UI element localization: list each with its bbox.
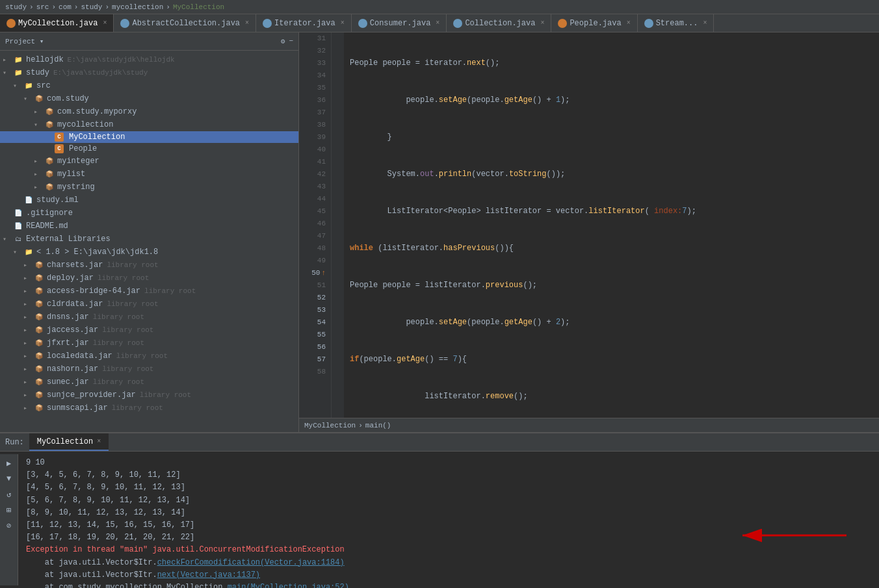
clear-btn[interactable]: ⊘ <box>3 519 16 532</box>
project-title: Project ▾ <box>5 37 44 45</box>
tree-label-localedata: localedata.jar <box>47 352 112 361</box>
console-link-2[interactable]: next(Vector.java:1137) <box>157 570 260 580</box>
tab-close-abstractcollection[interactable]: × <box>245 19 249 27</box>
jar-icon-nashorn: 📦 <box>34 364 44 374</box>
tree-item-dnsns[interactable]: ▸ 📦 dnsns.jar library root <box>0 311 298 324</box>
tree-item-jdk18[interactable]: ▾ 📁 < 1.8 > E:\java\jdk\jdk1.8 <box>0 246 298 259</box>
tree-item-myinteger[interactable]: ▸ 📦 myinteger <box>0 155 298 168</box>
tree-item-access-bridge[interactable]: ▸ 📦 access-bridge-64.jar library root <box>0 285 298 298</box>
tree-item-gitignore[interactable]: 📄 .gitignore <box>0 207 298 220</box>
arrow-mystring: ▸ <box>34 183 44 191</box>
java-interface-icon3 <box>358 19 367 28</box>
arrow-deploy: ▸ <box>23 274 34 282</box>
gutter-44 <box>332 193 344 205</box>
ln-38: 38 <box>304 119 326 131</box>
gutter-36 <box>332 94 344 107</box>
run-btn[interactable]: ▶ <box>3 457 16 470</box>
tree-label-mystring: mystring <box>57 183 95 192</box>
tree-item-mycollection[interactable]: ▾ 📦 mycollection <box>0 118 298 131</box>
code-editor[interactable]: 31 32 33 34 35 36 37 38 39 40 41 42 43 4… <box>299 32 879 418</box>
cldrdata-suffix: library root <box>107 300 158 308</box>
arrow-sunec: ▸ <box>23 378 34 386</box>
code-content[interactable]: People people = iterator.next(); people.… <box>345 32 879 418</box>
tree-item-charsets[interactable]: ▸ 📦 charsets.jar library root <box>0 259 298 272</box>
tree-item-cldrdata[interactable]: ▸ 📦 cldrdata.jar library root <box>0 298 298 311</box>
console-link-3[interactable]: main(MyCollection.java:52) <box>228 583 349 588</box>
project-label: Project ▾ <box>5 37 44 45</box>
tab-mycollection[interactable]: MyCollection.java × <box>0 14 114 32</box>
ln-53: 53 <box>304 304 326 316</box>
tree-item-myporxy[interactable]: ▸ 📦 com.study.myporxy <box>0 105 298 118</box>
console-output-wrapper: 9 10 [3, 4, 5, 6, 7, 8, 9, 10, 11, 12] [… <box>18 454 879 585</box>
tab-collection[interactable]: Collection.java × <box>447 14 551 32</box>
tab-close-stream[interactable]: × <box>703 19 707 27</box>
tree-item-sunjce[interactable]: ▸ 📦 sunjce_provider.jar library root <box>0 389 298 402</box>
project-settings-icon[interactable]: ⚙ <box>281 37 285 45</box>
tree-item-people[interactable]: C People <box>0 143 298 155</box>
tab-close-mycollection[interactable]: × <box>103 19 107 27</box>
run-label: Run: <box>0 438 29 447</box>
tree-label-jdk18: < 1.8 > E:\java\jdk\jdk1.8 <box>36 248 158 257</box>
tree-label-sunec: sunec.jar <box>47 377 89 387</box>
tab-mycollection-label: MyCollection.java <box>18 19 98 28</box>
editor-path-main: main() <box>365 422 391 429</box>
tree-item-jaccess[interactable]: ▸ 📦 jaccess.jar library root <box>0 324 298 337</box>
tree-item-mylist[interactable]: ▸ 📦 mylist <box>0 168 298 181</box>
ln-56: 56 <box>304 341 326 353</box>
tab-people[interactable]: People.java × <box>551 14 637 32</box>
tab-stream[interactable]: Stream... × <box>638 14 715 32</box>
arrow-jaccess: ▸ <box>23 326 34 334</box>
tree-item-src[interactable]: ▾ 📁 src <box>0 79 298 92</box>
side-gutter <box>332 32 345 418</box>
ln-36: 36 <box>304 94 326 107</box>
ln-47: 47 <box>304 230 326 242</box>
tree-item-localedata[interactable]: ▸ 📦 localedata.jar library root <box>0 350 298 363</box>
gutter-56 <box>332 341 344 353</box>
tree-item-hellojdk[interactable]: ▸ 📁 hellojdk E:\java\studyjdk\hellojdk <box>0 53 298 66</box>
tree-item-nashorn[interactable]: ▸ 📦 nashorn.jar library root <box>0 363 298 376</box>
gutter-48 <box>332 242 344 255</box>
arrow-external-libs: ▾ <box>3 235 13 243</box>
gutter-34 <box>332 70 344 82</box>
tab-close-consumer[interactable]: × <box>436 19 440 27</box>
tab-close-collection[interactable]: × <box>540 19 544 27</box>
tab-iterator[interactable]: Iterator.java × <box>256 14 352 32</box>
tab-close-iterator[interactable]: × <box>341 19 345 27</box>
project-minimize-icon[interactable]: − <box>289 37 293 45</box>
console-line-6: [11, 12, 13, 14, 15, 16, 15, 16, 17] <box>26 519 871 531</box>
tab-close-people[interactable]: × <box>627 19 631 27</box>
java-interface-icon <box>120 19 129 28</box>
tree-label-sunmscapi: sunmscapi.jar <box>47 403 108 413</box>
tree-label-src: src <box>36 81 51 90</box>
tab-abstractcollection[interactable]: AbstractCollection.java × <box>114 14 256 32</box>
tree-path-hellojdk: E:\java\studyjdk\hellojdk <box>68 56 175 64</box>
tree-item-mystring[interactable]: ▸ 📦 mystring <box>0 181 298 194</box>
tree-item-study[interactable]: ▾ 📁 study E:\java\studyjdk\study <box>0 66 298 79</box>
tree-label-cldrdata: cldrdata.jar <box>47 300 103 309</box>
tree-item-external-libs[interactable]: ▾ 🗂 External Libraries <box>0 233 298 246</box>
code-line-32: people.setAge(people.getAge() + 1); <box>350 94 879 107</box>
console-link-1[interactable]: checkForComodification(Vector.java:1184) <box>157 558 345 567</box>
arrow-mylist: ▸ <box>34 170 44 178</box>
tree-item-readme[interactable]: 📄 README.md <box>0 220 298 233</box>
tree-item-sunmscapi[interactable]: ▸ 📦 sunmscapi.jar library root <box>0 402 298 415</box>
tree-item-mycollection-class[interactable]: C MyCollection <box>0 131 298 143</box>
bottom-tab-close[interactable]: × <box>97 438 101 445</box>
tree-item-jfxrt[interactable]: ▸ 📦 jfxrt.jar library root <box>0 337 298 350</box>
rerun-btn[interactable]: ↺ <box>3 488 16 501</box>
scroll-end-btn[interactable]: ⊞ <box>3 504 16 517</box>
jar-icon-access-bridge: 📦 <box>34 286 44 296</box>
bottom-tab-bar: Run: MyCollection × <box>0 433 879 452</box>
breadcrumb-study: study <box>5 3 27 11</box>
tree-item-com-study[interactable]: ▾ 📦 com.study <box>0 92 298 105</box>
ln-32: 32 <box>304 45 326 57</box>
iml-icon: 📄 <box>23 195 34 205</box>
gutter-42 <box>332 168 344 181</box>
tab-consumer[interactable]: Consumer.java × <box>352 14 447 32</box>
tree-item-deploy[interactable]: ▸ 📦 deploy.jar library root <box>0 272 298 285</box>
tree-item-studyiml[interactable]: 📄 study.iml <box>0 194 298 207</box>
gutter-58 <box>332 366 344 378</box>
bottom-tab-mycollection[interactable]: MyCollection × <box>29 433 109 451</box>
stop-btn[interactable]: ▼ <box>3 472 16 485</box>
tree-item-sunec[interactable]: ▸ 📦 sunec.jar library root <box>0 376 298 389</box>
